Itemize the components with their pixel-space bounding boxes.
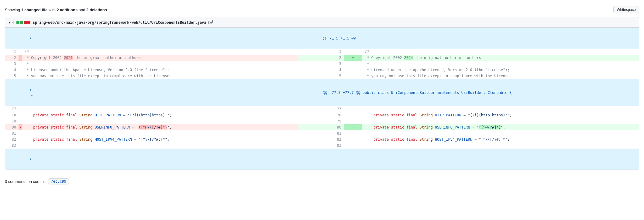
right-code: /* <box>362 49 639 55</box>
stat-block-del-2 <box>27 21 30 24</box>
left-sign <box>19 136 22 143</box>
table-row: 4 * Licensed under the Apache License, V… <box>5 67 639 73</box>
summary-bar: Showing 1 changed file with 2 additions … <box>0 5 644 17</box>
table-row: 77 77 <box>5 106 639 112</box>
left-line-num: 77 <box>5 106 19 112</box>
right-line-num: 81 <box>298 130 344 136</box>
right-code <box>362 143 639 149</box>
left-line-num: 3 <box>5 61 19 67</box>
right-sign <box>344 143 362 149</box>
diff-table: ↕ @@ -1,5 +1,5 @@ 1 /* 1 /* 2 - <box>5 28 639 170</box>
left-code: * <box>22 61 298 67</box>
expand-row-top[interactable]: ↕ @@ -1,5 +1,5 @@ <box>5 28 639 49</box>
left-line-num: 80 <box>5 124 19 130</box>
right-code: private static final String HOST_IPV4_PA… <box>362 136 639 143</box>
showing-text: Showing <box>5 8 21 12</box>
table-row: 82 private static final String HOST_IPV4… <box>5 136 639 143</box>
right-line-num: 2 <box>298 55 344 61</box>
left-line-num: 81 <box>5 130 19 136</box>
left-sign <box>19 112 22 118</box>
left-code: * Licensed under the Apache License, Ver… <box>22 67 298 73</box>
summary-text: Showing 1 changed file with 2 additions … <box>5 8 108 12</box>
table-row: 78 private static final String HTTP_PATT… <box>5 112 639 118</box>
right-code: * you may not use this file except in co… <box>362 73 639 79</box>
right-code <box>362 118 639 124</box>
copy-path-icon[interactable] <box>208 20 213 25</box>
left-line-num: 79 <box>5 118 19 124</box>
chevron-down-icon: ▾ <box>9 20 11 25</box>
diff-filename: spring-web/src/main/java/org/springframe… <box>33 20 206 25</box>
left-sign <box>19 106 22 112</box>
left-sign <box>19 49 22 55</box>
right-code: private static final String USERINFO_PAT… <box>362 124 639 130</box>
left-line-num: 78 <box>5 112 19 118</box>
whitespace-button[interactable]: Whitespace <box>613 6 639 13</box>
table-row: 79 79 <box>5 118 639 124</box>
right-sign <box>344 49 362 55</box>
left-line-num: 83 <box>5 143 19 149</box>
diff-container: ▾ 4 spring-web/src/main/java/org/springf… <box>5 17 639 170</box>
table-row: 83 83 <box>5 143 639 149</box>
hunk1-text: @@ -1,5 +1,5 @@ <box>323 36 356 40</box>
left-code: private static final String HTTP_PATTERN… <box>22 112 298 118</box>
stat-block-add-1 <box>16 21 19 24</box>
left-sign <box>19 118 22 124</box>
left-line-num: 1 <box>5 49 19 55</box>
deletions-count: 2 deletions <box>86 8 107 12</box>
left-code <box>22 143 298 149</box>
right-sign: + <box>344 55 362 61</box>
right-sign <box>344 106 362 112</box>
right-sign: + <box>344 124 362 130</box>
right-sign <box>344 67 362 73</box>
right-sign <box>344 61 362 67</box>
comments-label: 0 comments on commit <box>5 179 46 184</box>
right-line-num: 83 <box>298 143 344 149</box>
right-line-num: 1 <box>298 49 344 55</box>
with-text: with <box>47 8 57 12</box>
left-sign: - <box>19 124 22 130</box>
table-row: 2 - * Copyright 2002-2021 the original a… <box>5 55 639 61</box>
left-sign <box>19 143 22 149</box>
additions-count: 2 additions <box>57 8 78 12</box>
stat-block-add-2 <box>20 21 23 24</box>
right-code <box>362 130 639 136</box>
left-code <box>22 130 298 136</box>
stat-block-del-1 <box>24 21 27 24</box>
right-line-num: 5 <box>298 73 344 79</box>
right-code <box>362 106 639 112</box>
left-line-num: 5 <box>5 73 19 79</box>
left-line-num: 4 <box>5 67 19 73</box>
comments-section: 0 comments on commit 7ec5c99 <box>0 175 644 188</box>
left-code: * Copyright 2002-2021 the original autho… <box>22 55 298 61</box>
table-row: 1 /* 1 /* <box>5 49 639 55</box>
right-line-num: 80 <box>298 124 344 130</box>
left-code: private static final String HOST_IPV4_PA… <box>22 136 298 143</box>
right-sign <box>344 118 362 124</box>
left-sign: - <box>19 55 22 61</box>
left-code <box>22 106 298 112</box>
right-sign <box>344 130 362 136</box>
left-code: private static final String USERINFO_PAT… <box>22 124 298 130</box>
table-row: 5 * you may not use this file except in … <box>5 73 639 79</box>
diff-stat-blocks <box>16 21 30 24</box>
expand-up-icon: ↕ <box>29 36 31 40</box>
expand-bottom-icon: ↓ <box>29 157 31 161</box>
expand-row-bottom[interactable]: ↓ <box>5 149 639 170</box>
right-sign <box>344 136 362 143</box>
expand-row-middle[interactable]: ↓ ↑ @@ -77,7 +77,7 @@ public class UriCo… <box>5 79 639 106</box>
expand-down-icon: ↓ <box>29 88 31 91</box>
right-line-num: 78 <box>298 112 344 118</box>
right-sign <box>344 112 362 118</box>
right-line-num: 77 <box>298 106 344 112</box>
left-line-num: 82 <box>5 136 19 143</box>
changed-count: 1 changed file <box>21 8 47 12</box>
toggle-diff-button[interactable]: ▾ 4 <box>9 20 14 25</box>
table-row: 80 - private static final String USERINF… <box>5 124 639 130</box>
table-row: 3 * 3 * <box>5 61 639 67</box>
right-code: * Copyright 2002-2024 the original autho… <box>362 55 639 61</box>
right-line-num: 4 <box>298 67 344 73</box>
commit-hash[interactable]: 7ec5c99 <box>48 178 69 184</box>
hunk2-text: @@ -77,7 +77,7 @@ public class UriCompon… <box>323 91 512 95</box>
left-code: /* <box>22 49 298 55</box>
left-line-num: 2 <box>5 55 19 61</box>
